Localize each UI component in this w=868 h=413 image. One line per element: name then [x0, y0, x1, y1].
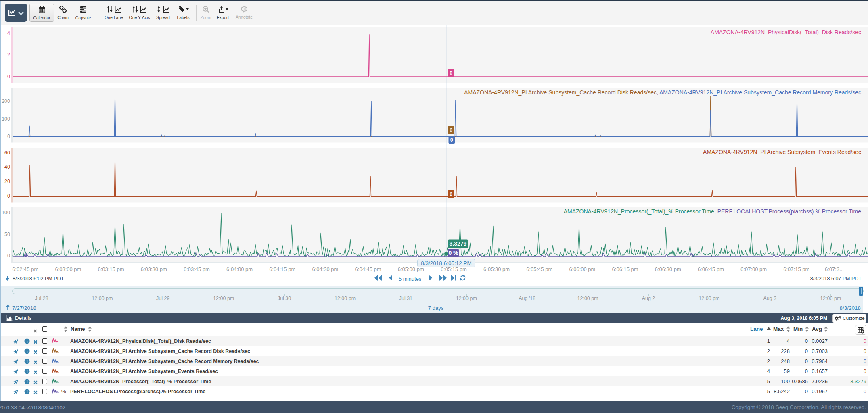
svg-text:0 %: 0 %	[448, 250, 458, 256]
svg-text:0: 0	[450, 70, 452, 76]
svg-text:6:07:15 pm: 6:07:15 pm	[783, 266, 809, 272]
svg-text:6:06:30 pm: 6:06:30 pm	[655, 266, 681, 272]
svg-text:0: 0	[450, 127, 452, 133]
svg-text:6:06:15 pm: 6:06:15 pm	[612, 266, 638, 272]
svg-text:6:02:45 pm: 6:02:45 pm	[12, 266, 38, 272]
svg-text:60: 60	[4, 150, 10, 156]
svg-text:0: 0	[450, 192, 452, 197]
svg-text:6:07:00 pm: 6:07:00 pm	[740, 266, 767, 272]
svg-text:4: 4	[7, 31, 10, 36]
svg-text:6:03:45 pm: 6:03:45 pm	[184, 266, 210, 272]
svg-text:6:07:3...: 6:07:3...	[825, 266, 844, 272]
svg-text:AMAZONA-4RV912N_PhysicalDisk(_: AMAZONA-4RV912N_PhysicalDisk(_Total)_Dis…	[711, 29, 861, 35]
svg-text:3.3279: 3.3279	[450, 240, 467, 247]
svg-text:2: 2	[7, 52, 10, 58]
svg-text:6:03:00 pm: 6:03:00 pm	[55, 266, 81, 272]
svg-text:0: 0	[7, 193, 10, 199]
svg-text:20: 20	[4, 179, 10, 184]
svg-text:6:06:45 pm: 6:06:45 pm	[698, 266, 724, 272]
svg-text:6:04:30 pm: 6:04:30 pm	[312, 266, 338, 272]
svg-text:6:03:15 pm: 6:03:15 pm	[98, 266, 124, 272]
svg-text:50: 50	[4, 232, 10, 237]
svg-text:AMAZONA-4RV912N_Processor(_Tot: AMAZONA-4RV912N_Processor(_Total)_% Proc…	[564, 208, 862, 215]
svg-text:200: 200	[2, 98, 10, 104]
svg-text:6:04:15 pm: 6:04:15 pm	[269, 266, 295, 272]
svg-text:6:03:30 pm: 6:03:30 pm	[141, 266, 167, 272]
svg-text:AMAZONA-4RV912N_PI Archive Sub: AMAZONA-4RV912N_PI Archive Subsystem_Cac…	[464, 89, 861, 96]
svg-text:8/3/2018 6:05:12 PM: 8/3/2018 6:05:12 PM	[421, 260, 471, 266]
svg-text:6:05:45 pm: 6:05:45 pm	[526, 266, 552, 272]
svg-text:0: 0	[7, 74, 10, 79]
svg-text:0: 0	[450, 137, 453, 143]
svg-text:6:04:00 pm: 6:04:00 pm	[226, 266, 253, 272]
svg-text:6:06:00 pm: 6:06:00 pm	[569, 266, 595, 272]
svg-text:6:04:45 pm: 6:04:45 pm	[355, 266, 381, 272]
svg-text:6:05:30 pm: 6:05:30 pm	[483, 266, 510, 272]
svg-text:AMAZONA-4RV912N_PI Archive Sub: AMAZONA-4RV912N_PI Archive Subsystem_Eve…	[703, 149, 861, 155]
svg-text:100: 100	[2, 210, 10, 215]
svg-text:100: 100	[2, 116, 10, 122]
svg-text:0: 0	[7, 133, 10, 139]
svg-text:40: 40	[4, 164, 10, 170]
svg-text:0: 0	[7, 253, 10, 259]
